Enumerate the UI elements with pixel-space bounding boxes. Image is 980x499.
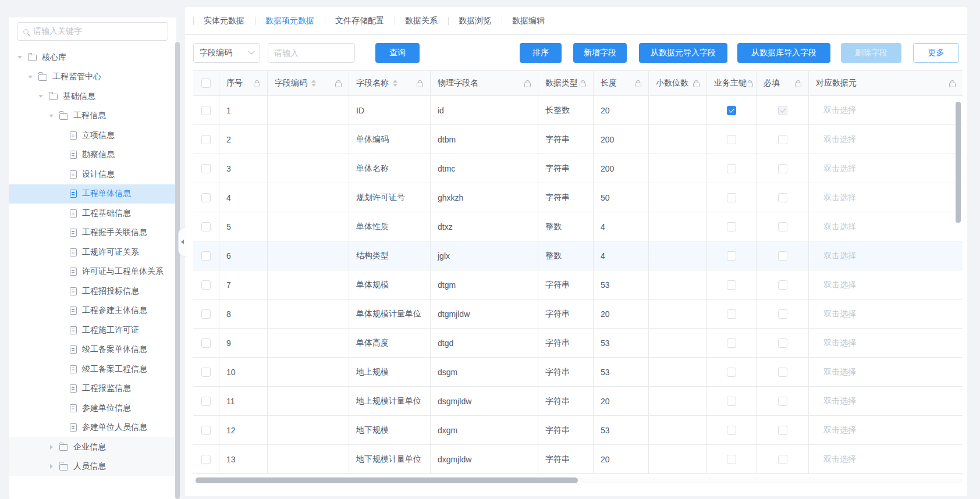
data-element-select-cell[interactable]: 双击选择	[809, 241, 963, 270]
tree-item[interactable]: 参建单位信息	[9, 398, 176, 418]
required-checkbox[interactable]	[778, 251, 787, 261]
length-cell[interactable]: 50	[594, 183, 649, 212]
field-code-cell[interactable]	[268, 358, 349, 386]
lock-icon[interactable]	[254, 83, 260, 87]
tree-caret-icon[interactable]	[48, 464, 54, 469]
field-code-cell[interactable]	[268, 300, 349, 328]
tree-item[interactable]: 竣工备案工程信息	[9, 359, 176, 379]
lock-icon[interactable]	[747, 83, 753, 87]
field-code-cell[interactable]	[268, 387, 349, 415]
length-cell[interactable]: 53	[594, 270, 649, 299]
lock-icon[interactable]	[335, 83, 342, 87]
data-element-select-cell[interactable]: 双击选择	[809, 416, 963, 444]
field-name-cell[interactable]: 地上规模计量单位	[349, 387, 431, 415]
length-cell[interactable]: 20	[594, 300, 649, 328]
data-element-select-cell[interactable]: 双击选择	[809, 125, 963, 154]
lock-icon[interactable]	[795, 83, 801, 87]
sort-icons[interactable]	[393, 80, 397, 87]
tree-item[interactable]: 基础信息	[9, 87, 176, 106]
decimal-digits-cell[interactable]	[649, 416, 707, 444]
sort-icons[interactable]	[311, 80, 316, 87]
tree-caret-icon[interactable]	[48, 113, 54, 119]
required-checkbox[interactable]	[778, 455, 787, 464]
field-code-cell[interactable]	[268, 212, 349, 241]
import-from-database-button[interactable]: 从数据库导入字段	[737, 43, 830, 63]
tree-item[interactable]: 工程报监信息	[9, 379, 176, 399]
physical-name-cell[interactable]: dtmc	[431, 154, 538, 183]
sort-ascending-icon[interactable]	[393, 80, 397, 83]
decimal-digits-cell[interactable]	[649, 125, 707, 154]
length-cell[interactable]: 20	[594, 445, 649, 473]
field-name-cell[interactable]: 地上规模	[349, 358, 431, 386]
row-select-checkbox[interactable]	[201, 135, 211, 144]
decimal-digits-cell[interactable]	[649, 154, 707, 183]
sort-ascending-icon[interactable]	[311, 80, 316, 83]
data-element-select-cell[interactable]: 双击选择	[809, 329, 963, 357]
physical-name-cell[interactable]: dtgmjldw	[431, 300, 538, 328]
sort-descending-icon[interactable]	[393, 84, 397, 87]
field-name-cell[interactable]: 单体高度	[349, 329, 431, 357]
data-element-select-cell[interactable]: 双击选择	[809, 270, 963, 299]
data-type-cell[interactable]: 整数	[538, 212, 594, 241]
business-key-checkbox[interactable]	[727, 426, 736, 435]
tab[interactable]: 实体元数据	[193, 16, 255, 26]
field-code-cell[interactable]	[268, 445, 349, 473]
tree-item[interactable]: 工程参建主体信息	[9, 301, 176, 321]
required-checkbox[interactable]	[778, 222, 787, 231]
data-element-select-cell[interactable]: 双击选择	[809, 300, 963, 328]
data-element-select-cell[interactable]: 双击选择	[809, 358, 963, 386]
length-cell[interactable]: 53	[594, 329, 649, 357]
data-type-cell[interactable]: 字符串	[538, 358, 594, 386]
length-cell[interactable]: 53	[594, 358, 649, 386]
data-element-select-cell[interactable]: 双击选择	[809, 154, 963, 183]
business-key-checkbox[interactable]	[727, 106, 736, 115]
required-checkbox[interactable]	[778, 426, 787, 435]
physical-name-cell[interactable]: id	[431, 96, 538, 124]
tree-caret-icon[interactable]	[17, 55, 23, 60]
row-select-checkbox[interactable]	[201, 251, 211, 261]
data-element-select-cell[interactable]: 双击选择	[809, 183, 963, 212]
tree-item[interactable]: 设计信息	[9, 165, 176, 184]
row-select-checkbox[interactable]	[201, 426, 211, 435]
data-type-cell[interactable]: 字符串	[538, 329, 594, 357]
physical-name-cell[interactable]: dxgm	[431, 416, 538, 444]
business-key-checkbox[interactable]	[727, 338, 736, 348]
required-checkbox[interactable]	[778, 338, 787, 348]
decimal-digits-cell[interactable]	[649, 358, 707, 386]
row-select-checkbox[interactable]	[201, 164, 211, 173]
tab[interactable]: 文件存储配置	[325, 16, 395, 26]
required-checkbox[interactable]	[778, 397, 787, 406]
field-name-cell[interactable]: 单体编码	[349, 125, 431, 154]
field-name-cell[interactable]: 规划许可证号	[349, 183, 431, 212]
required-checkbox[interactable]	[778, 309, 787, 319]
decimal-digits-cell[interactable]	[649, 445, 707, 473]
decimal-digits-cell[interactable]	[649, 329, 707, 357]
data-type-cell[interactable]: 整数	[538, 241, 594, 270]
length-cell[interactable]: 4	[594, 241, 649, 270]
field-code-cell[interactable]	[268, 241, 349, 270]
business-key-checkbox[interactable]	[727, 193, 736, 202]
data-element-select-cell[interactable]: 双击选择	[809, 387, 963, 415]
field-code-cell[interactable]	[268, 416, 349, 444]
tree-search-input[interactable]: 请输入关键字	[17, 22, 168, 41]
tree-item[interactable]: 核心库	[9, 48, 176, 67]
tree-caret-icon[interactable]	[48, 444, 54, 450]
tab[interactable]: 数据项元数据	[255, 16, 325, 26]
decimal-digits-cell[interactable]	[649, 96, 707, 124]
decimal-digits-cell[interactable]	[649, 183, 707, 212]
physical-name-cell[interactable]: dtbm	[431, 125, 538, 154]
required-checkbox[interactable]	[778, 193, 787, 202]
physical-name-cell[interactable]: dxgmjldw	[431, 445, 538, 473]
tree-item[interactable]: 许可证与工程单体关系	[9, 262, 176, 282]
tree-item[interactable]: 工程招投标信息	[9, 281, 176, 301]
required-checkbox[interactable]	[778, 135, 787, 144]
decimal-digits-cell[interactable]	[649, 387, 707, 415]
data-type-cell[interactable]: 字符串	[538, 445, 594, 473]
row-select-checkbox[interactable]	[201, 106, 211, 115]
data-type-cell[interactable]: 字符串	[538, 183, 594, 212]
business-key-checkbox[interactable]	[727, 280, 736, 290]
decimal-digits-cell[interactable]	[649, 241, 707, 270]
lock-icon[interactable]	[949, 83, 956, 87]
business-key-checkbox[interactable]	[727, 397, 736, 406]
length-cell[interactable]: 200	[594, 154, 649, 183]
